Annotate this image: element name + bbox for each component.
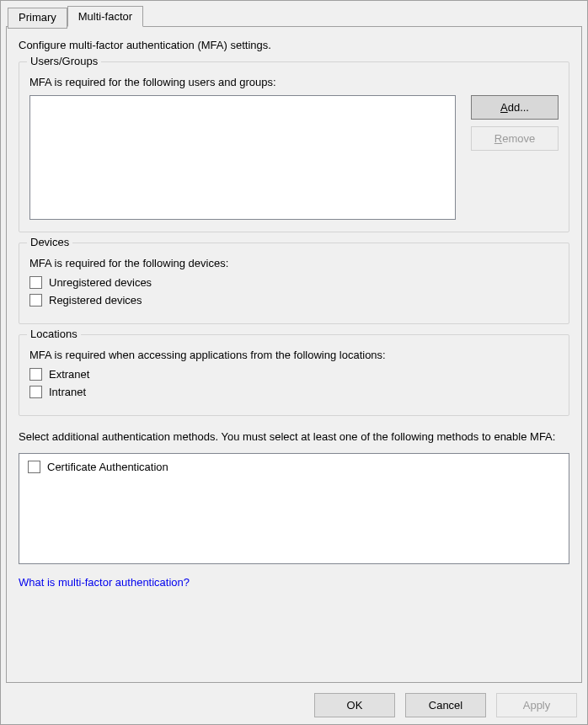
label-cert-auth: Certificate Authentication — [47, 461, 168, 473]
tab-multifactor[interactable]: Multi-factor — [67, 6, 143, 27]
label-unregistered: Unregistered devices — [49, 276, 152, 289]
tab-strip: Primary Multi-factor — [8, 6, 582, 27]
ok-button[interactable]: OK — [314, 693, 395, 717]
tab-primary[interactable]: Primary — [8, 8, 67, 29]
label-registered: Registered devices — [49, 294, 142, 307]
checkbox-cert-auth[interactable] — [28, 461, 40, 473]
checkbox-row-registered[interactable]: Registered devices — [29, 294, 559, 307]
groupbox-devices: Devices MFA is required for the followin… — [19, 243, 569, 324]
checkbox-extranet[interactable] — [29, 368, 42, 381]
label-methods: Select additional authentication methods… — [19, 429, 569, 445]
checkbox-registered[interactable] — [29, 294, 42, 307]
panel-description: Configure multi-factor authentication (M… — [19, 39, 569, 51]
users-groups-buttons: Add... Remove — [471, 95, 559, 220]
checkbox-row-cert-auth[interactable]: Certificate Authentication — [28, 461, 560, 473]
help-link-mfa[interactable]: What is multi-factor authentication? — [19, 576, 569, 589]
remove-button[interactable]: Remove — [471, 126, 559, 151]
methods-listbox: Certificate Authentication — [19, 453, 569, 564]
remove-accel: R — [494, 132, 502, 145]
groupbox-locations: Locations MFA is required when accessing… — [19, 334, 569, 416]
legend-locations: Locations — [27, 328, 81, 340]
label-users-groups: MFA is required for the following users … — [29, 76, 559, 88]
tab-panel-multifactor: Configure multi-factor authentication (M… — [6, 26, 582, 683]
mfa-settings-dialog: Primary Multi-factor Configure multi-fac… — [0, 0, 588, 725]
checkbox-row-intranet[interactable]: Intranet — [29, 386, 559, 398]
checkbox-unregistered[interactable] — [29, 276, 42, 289]
cancel-button[interactable]: Cancel — [405, 693, 486, 717]
add-button[interactable]: Add... — [471, 95, 559, 120]
remove-button-rest: emove — [502, 132, 535, 145]
dialog-button-row: OK Cancel Apply — [6, 683, 582, 719]
checkbox-row-extranet[interactable]: Extranet — [29, 368, 559, 381]
legend-users-groups: Users/Groups — [27, 55, 101, 67]
apply-button[interactable]: Apply — [496, 693, 577, 717]
add-button-rest: dd... — [508, 101, 529, 114]
checkbox-row-unregistered[interactable]: Unregistered devices — [29, 276, 559, 289]
legend-devices: Devices — [27, 236, 72, 248]
label-locations: MFA is required when accessing applicati… — [29, 349, 559, 361]
label-devices: MFA is required for the following device… — [29, 257, 559, 269]
checkbox-intranet[interactable] — [29, 386, 42, 398]
label-extranet: Extranet — [49, 368, 89, 381]
label-intranet: Intranet — [49, 386, 86, 398]
add-accel: A — [500, 101, 508, 114]
users-groups-listbox[interactable] — [29, 95, 456, 220]
groupbox-users-groups: Users/Groups MFA is required for the fol… — [19, 61, 569, 232]
